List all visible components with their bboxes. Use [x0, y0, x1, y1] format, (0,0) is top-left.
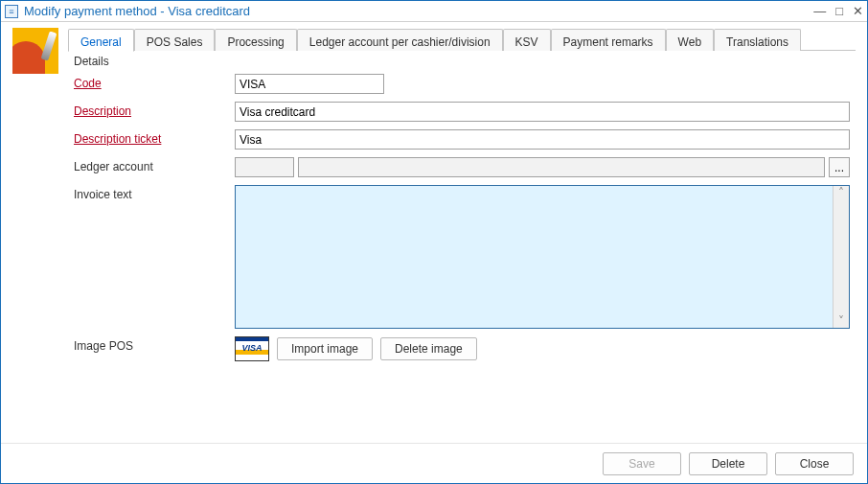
tab-general[interactable]: General	[68, 29, 134, 52]
tab-translations[interactable]: Translations	[714, 29, 801, 51]
import-image-button[interactable]: Import image	[277, 337, 373, 360]
tab-label: KSV	[515, 35, 538, 49]
maximize-icon[interactable]: □	[835, 5, 843, 17]
row-invoice-text: Invoice text ˄ ˅	[74, 185, 850, 329]
tab-pos-sales[interactable]: POS Sales	[134, 29, 216, 51]
row-description-ticket: Description ticket	[74, 129, 850, 150]
tab-payment-remarks[interactable]: Payment remarks	[551, 29, 666, 51]
tab-label: Web	[678, 35, 701, 49]
minimize-icon[interactable]: —	[813, 5, 826, 17]
label-image-pos: Image POS	[74, 336, 235, 353]
label-ledger-account: Ledger account	[74, 157, 235, 173]
scrollbar[interactable]: ˄ ˅	[833, 186, 849, 328]
tab-label: Processing	[227, 35, 284, 49]
payment-image-icon	[12, 28, 58, 74]
tab-ledger[interactable]: Ledger account per cashier/division	[297, 29, 503, 51]
ellipsis-icon: ...	[834, 161, 844, 174]
image-pos-thumbnail: VISA	[235, 336, 269, 361]
close-icon[interactable]: ✕	[853, 5, 863, 17]
titlebar: Modify payment method - Visa creditcard …	[1, 1, 867, 22]
label-code: Code	[74, 74, 235, 90]
label-description-ticket: Description ticket	[74, 129, 235, 146]
delete-button[interactable]: Delete	[689, 452, 767, 475]
row-ledger-account: Ledger account ...	[74, 157, 850, 177]
footer-bar: Save Delete Close	[1, 443, 867, 483]
label-description: Description	[74, 102, 235, 118]
window-title: Modify payment method - Visa creditcard	[24, 4, 813, 18]
tab-label: General	[80, 35, 122, 49]
invoice-text-area[interactable]: ˄ ˅	[235, 185, 850, 329]
tab-label: Translations	[726, 35, 788, 49]
tab-label: Ledger account per cashier/division	[309, 35, 491, 49]
scroll-up-icon[interactable]: ˄	[838, 186, 844, 199]
row-description: Description	[74, 102, 850, 122]
tab-bar: General POS Sales Processing Ledger acco…	[68, 28, 856, 51]
ledger-name-input[interactable]	[298, 157, 825, 177]
app-icon	[5, 5, 18, 18]
row-image-pos: Image POS VISA Import image Delete image	[74, 336, 850, 361]
tab-processing[interactable]: Processing	[215, 29, 296, 51]
content-area: General POS Sales Processing Ledger acco…	[1, 22, 867, 443]
modify-payment-window: Modify payment method - Visa creditcard …	[0, 0, 868, 484]
close-button[interactable]: Close	[775, 452, 854, 475]
ledger-code-input[interactable]	[235, 157, 294, 177]
label-invoice-text: Invoice text	[74, 185, 235, 201]
row-code: Code	[74, 74, 850, 94]
tab-label: Payment remarks	[563, 35, 653, 49]
description-input[interactable]	[235, 102, 850, 122]
tab-label: POS Sales	[147, 35, 203, 49]
scroll-down-icon[interactable]: ˅	[838, 314, 844, 328]
window-controls: — □ ✕	[813, 5, 863, 17]
visa-logo-text: VISA	[241, 343, 262, 353]
ledger-browse-button[interactable]: ...	[829, 157, 850, 177]
tab-ksv[interactable]: KSV	[503, 29, 551, 51]
description-ticket-input[interactable]	[235, 129, 850, 150]
code-input[interactable]	[235, 74, 384, 94]
delete-image-button[interactable]: Delete image	[380, 337, 477, 360]
tab-web[interactable]: Web	[666, 29, 714, 51]
save-button[interactable]: Save	[603, 452, 681, 475]
details-section: Code Description Description ticket	[68, 68, 856, 375]
section-title: Details	[74, 55, 856, 68]
